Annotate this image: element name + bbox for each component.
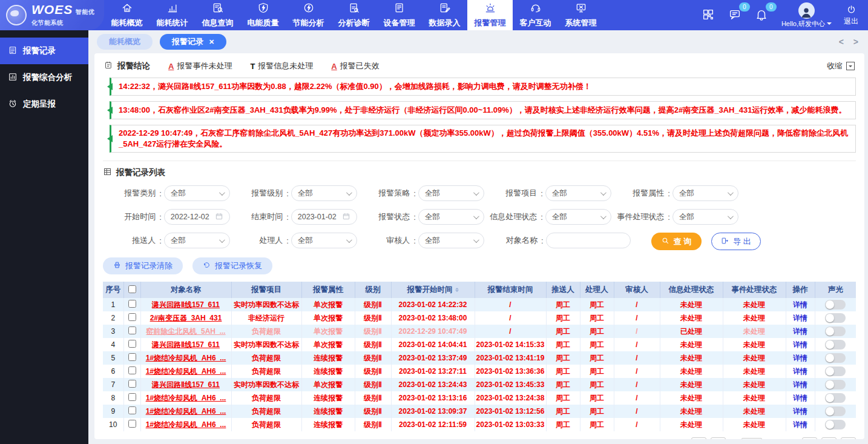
object-name-link[interactable]: 潞兴回路Ⅱ线157_611 [152,300,220,309]
table-row: 4 潞兴回路Ⅱ线157_611 实时功率因数不达标 单次报警 级别Ⅱ 2023-… [103,338,856,351]
nav-item-energy-stats[interactable]: 能耗统计 [150,0,195,30]
message-icon[interactable]: 0 [728,8,743,22]
filter-info-status-select[interactable]: 全部 [545,209,611,225]
user-menu[interactable]: Hello,研发中心 [781,2,832,28]
logout-button[interactable]: 退出 [844,4,858,27]
filter-alarm-status-select[interactable]: 全部 [418,209,484,225]
sound-light-toggle[interactable] [825,420,846,429]
next-page-button[interactable]: > [802,437,817,439]
bell-icon[interactable]: 0 [755,8,769,22]
nav-item-analysis-diagnosis[interactable]: 分析诊断 [331,0,376,30]
filter-alarm-level-select[interactable]: 全部 [291,185,357,201]
sound-light-toggle[interactable] [825,380,846,389]
row-checkbox[interactable] [128,380,136,388]
row-checkbox[interactable] [128,420,136,428]
detail-link[interactable]: 详情 [793,394,807,402]
object-name-link[interactable]: 1#烧结冷却风机_AH6_... [146,367,226,376]
nav-item-info-query[interactable]: 信息查询 [195,0,240,30]
nav-item-data-entry[interactable]: 数据录入 [422,0,467,30]
chevron-down-icon [827,22,832,27]
filter-auditor-select[interactable]: 全部 [418,233,484,248]
sound-light-toggle[interactable] [825,406,846,416]
row-checkbox[interactable] [128,366,136,374]
detail-link[interactable]: 详情 [793,340,807,349]
row-checkbox[interactable] [128,326,136,334]
detail-link[interactable]: 详情 [793,327,807,336]
topbar-right: 0 0 Hello,研发中心 退出 [692,0,868,30]
nav-item-customer-interaction[interactable]: 客户互动 [513,0,558,30]
filter-alarm-project-select[interactable]: 全部 [545,185,611,201]
main-nav: 能耗概览 能耗统计 信息查询 电能质量 节能分析 分析诊断 设备管理 数据录入 [104,0,603,30]
tab-close-icon[interactable]: ✕ [209,38,214,46]
restore-records-button[interactable]: 报警记录恢复 [192,257,272,274]
detail-link[interactable]: 详情 [793,367,807,376]
detail-link[interactable]: 详情 [793,380,807,389]
nav-item-alarm-management[interactable]: 报警管理 [467,0,513,30]
last-page-button[interactable]: ▶ [821,437,837,439]
sidebar-item-alarm-analysis[interactable]: 报警综合分析 [0,64,88,91]
object-name-link[interactable]: 1#烧结冷却风机_AH6_... [146,354,226,362]
sound-light-toggle[interactable] [825,366,846,376]
page-number-input[interactable] [741,438,762,439]
filter-pusher-select[interactable]: 全部 [164,233,230,248]
nav-item-energy-overview[interactable]: 能耗概览 [104,0,150,30]
detail-link[interactable]: 详情 [793,420,807,429]
chevron-down-icon [219,237,225,243]
tabs-scroll-left-icon[interactable]: < [839,37,844,47]
row-checkbox[interactable] [128,353,136,361]
qr-code-icon[interactable] [702,8,716,22]
detail-link[interactable]: 详情 [793,300,807,309]
nav-item-device-management[interactable]: 设备管理 [376,0,422,30]
object-name-link[interactable]: 潞兴回路Ⅱ线157_611 [152,380,220,389]
row-checkbox[interactable] [128,313,136,321]
table-row: 5 1#烧结冷却风机_AH6_... 负荷超限 连续报警 级别Ⅱ 2023-01… [103,351,856,365]
detail-link[interactable]: 详情 [793,407,807,416]
first-page-button[interactable]: ◀ [691,437,706,439]
prev-page-button[interactable]: < [711,437,726,439]
sound-light-toggle[interactable] [825,313,846,323]
object-name-link[interactable]: 1#烧结冷却风机_AH6_... [146,420,226,429]
tabs-scroll-right-icon[interactable]: > [853,37,858,47]
sound-light-toggle[interactable] [825,393,846,403]
sidebar-item-periodic-report[interactable]: 定期呈报 [0,91,88,118]
document-search-icon [212,2,224,16]
collapse-button[interactable]: 收缩 [827,61,855,71]
select-all-checkbox[interactable] [128,285,136,293]
filter-alarm-category-select[interactable]: 全部 [164,185,230,201]
row-checkbox[interactable] [128,406,136,414]
alert-message: 14:22:32，潞兴回路Ⅱ线157_611功率因数为0.88，越限2.22%（… [110,78,856,96]
sound-light-toggle[interactable] [825,326,846,336]
globe-logo-icon [6,5,27,25]
row-checkbox[interactable] [128,300,136,308]
sound-light-toggle[interactable] [825,340,846,350]
filter-end-date-input[interactable]: 2023-01-02 [291,209,357,225]
export-button[interactable]: 导 出 [711,233,761,250]
object-name-link[interactable]: 窑前除尘北风机_5AH_... [146,327,225,336]
sidebar-item-alarm-records[interactable]: 报警记录 [0,38,88,64]
filter-alarm-attribute-select[interactable]: 全部 [672,185,738,201]
tab-alarm-records[interactable]: 报警记录 ✕ [160,34,226,50]
object-name-link[interactable]: 1#烧结冷却风机_AH6_... [146,394,226,402]
tab-energy-overview[interactable]: 能耗概览 [97,34,153,50]
clear-records-button[interactable]: 报警记录清除 [103,257,183,274]
row-checkbox[interactable] [128,393,136,401]
detail-link[interactable]: 详情 [793,354,807,362]
refresh-icon[interactable]: ↻ [841,437,856,439]
nav-item-power-quality[interactable]: 电能质量 [240,0,286,30]
filter-alarm-strategy-select[interactable]: 全部 [418,185,484,201]
nav-item-energy-saving-analysis[interactable]: 节能分析 [286,0,331,30]
object-name-input[interactable] [553,236,624,245]
object-name-link[interactable]: 1#烧结冷却风机_AH6_... [146,407,226,416]
object-name-link[interactable]: 潞兴回路Ⅱ线157_611 [152,340,220,349]
filter-event-status-select[interactable]: 全部 [672,209,738,225]
object-name-link[interactable]: 2#南变压器_3AH_431 [150,314,222,322]
filter-start-date-input[interactable]: 2022-12-02 [164,209,230,225]
row-checkbox[interactable] [128,340,136,348]
sound-light-toggle[interactable] [825,353,846,363]
sound-light-toggle[interactable] [825,300,846,310]
filter-handler-select[interactable]: 全部 [291,233,357,248]
sort-icon[interactable] [455,286,459,294]
query-button[interactable]: 查 询 [651,233,702,250]
detail-link[interactable]: 详情 [793,314,807,322]
nav-item-system-management[interactable]: 系统管理 [558,0,603,30]
